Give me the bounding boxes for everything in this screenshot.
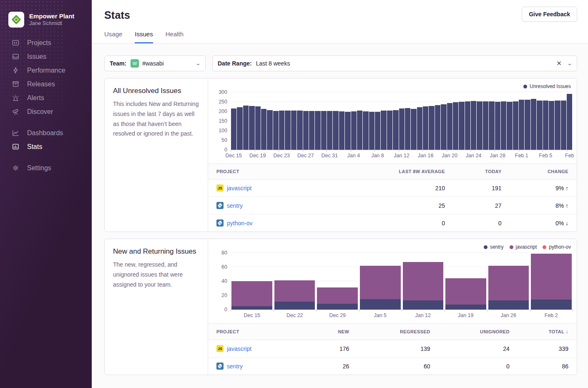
bar[interactable] [441, 104, 446, 150]
column-header[interactable]: Total ↓ [518, 324, 577, 340]
sidebar-item-discover[interactable]: Discover [0, 105, 92, 118]
bar[interactable] [327, 111, 332, 150]
bar[interactable] [285, 111, 290, 150]
bar[interactable] [387, 111, 392, 150]
bar[interactable] [477, 101, 482, 150]
project-link[interactable]: python-ov [227, 220, 252, 227]
team-select[interactable]: Team: W #wasabi ⌄ [104, 55, 206, 71]
org-switcher[interactable]: Empower Plant Jane Schmidt [0, 8, 92, 36]
bar[interactable] [411, 109, 416, 150]
bar[interactable] [243, 106, 249, 150]
bar[interactable] [405, 108, 410, 150]
column-header[interactable]: Last 8w Average [329, 164, 453, 179]
bar[interactable] [357, 111, 362, 150]
bar[interactable] [453, 102, 458, 150]
bar[interactable] [267, 110, 272, 150]
bar[interactable] [399, 108, 405, 150]
column-header[interactable]: Unignored [439, 324, 518, 340]
bar[interactable] [501, 101, 506, 150]
bar[interactable] [459, 102, 464, 150]
sidebar-item-settings[interactable]: Settings [0, 161, 92, 175]
sidebar-item-issues[interactable]: Issues [0, 50, 92, 63]
bar[interactable] [513, 101, 518, 150]
date-range-select[interactable]: Date Range: Last 8 weeks ✕ ⌄ [212, 55, 577, 71]
bar[interactable] [297, 111, 302, 150]
tab-usage[interactable]: Usage [104, 30, 122, 43]
bar[interactable] [435, 105, 440, 150]
bar[interactable] [429, 106, 434, 150]
bar[interactable] [555, 101, 560, 150]
stacked-bar-segment[interactable] [231, 306, 272, 310]
bar[interactable] [375, 112, 380, 150]
bar[interactable] [345, 112, 350, 150]
stacked-bar-segment[interactable] [317, 304, 358, 310]
bar[interactable] [261, 109, 266, 150]
column-header[interactable]: Project [208, 324, 317, 340]
tab-health[interactable]: Health [166, 30, 183, 43]
stacked-bar-segment[interactable] [403, 262, 444, 300]
stacked-bar-segment[interactable] [488, 266, 529, 300]
bar[interactable] [231, 108, 236, 150]
bar[interactable] [423, 106, 428, 150]
stacked-bar-segment[interactable] [274, 280, 315, 302]
stacked-bar-segment[interactable] [360, 266, 401, 299]
bar[interactable] [381, 111, 386, 150]
stacked-bar-segment[interactable] [531, 254, 572, 300]
give-feedback-button[interactable]: Give Feedback [522, 7, 577, 22]
stacked-bar-segment[interactable] [360, 299, 401, 310]
stacked-bar-segment[interactable] [317, 287, 358, 304]
bar[interactable] [525, 100, 530, 150]
stacked-bar-segment[interactable] [445, 278, 486, 305]
column-header[interactable]: New [317, 324, 357, 340]
stacked-bar-segment[interactable] [274, 302, 315, 310]
bar[interactable] [447, 103, 452, 150]
project-link[interactable]: sentry [227, 202, 243, 209]
column-header[interactable]: Project [208, 164, 329, 179]
sidebar-item-dashboards[interactable]: Dashboards [0, 126, 92, 140]
bar[interactable] [315, 111, 320, 150]
sidebar-item-projects[interactable]: Projects [0, 36, 92, 50]
bar[interactable] [537, 101, 542, 150]
bar[interactable] [495, 102, 500, 150]
stacked-bar-segment[interactable] [445, 305, 486, 310]
sidebar-item-performance[interactable]: Performance [0, 63, 92, 77]
bar[interactable] [393, 110, 398, 150]
bar[interactable] [321, 111, 327, 150]
bar[interactable] [417, 107, 422, 150]
bar[interactable] [531, 99, 536, 150]
project-link[interactable]: javascript [227, 185, 251, 191]
bar[interactable] [369, 112, 374, 150]
bar[interactable] [549, 101, 554, 150]
bar[interactable] [249, 106, 254, 150]
bar[interactable] [471, 101, 476, 150]
bar[interactable] [483, 101, 488, 150]
project-link[interactable]: javascript [227, 345, 251, 352]
bar[interactable] [279, 111, 284, 150]
bar[interactable] [507, 102, 512, 150]
bar[interactable] [561, 101, 566, 150]
bar[interactable] [333, 111, 338, 150]
bar[interactable] [237, 107, 242, 150]
stacked-bar-segment[interactable] [531, 300, 572, 310]
project-link[interactable]: sentry [227, 363, 243, 370]
stacked-bar-segment[interactable] [403, 300, 444, 310]
bar[interactable] [339, 111, 344, 150]
bar[interactable] [291, 111, 297, 150]
bar[interactable] [351, 111, 357, 150]
bar[interactable] [567, 94, 572, 150]
bar[interactable] [303, 111, 309, 150]
bar[interactable] [543, 101, 548, 150]
bar[interactable] [309, 111, 314, 150]
sidebar-item-alerts[interactable]: Alerts [0, 91, 92, 105]
tab-issues[interactable]: Issues [135, 30, 153, 43]
bar[interactable] [255, 106, 261, 150]
column-header[interactable]: Today [453, 164, 510, 179]
bar[interactable] [489, 101, 494, 150]
stacked-bar-segment[interactable] [231, 281, 272, 306]
bar[interactable] [273, 111, 279, 150]
sidebar-item-releases[interactable]: Releases [0, 77, 92, 91]
bar[interactable] [363, 111, 368, 150]
stacked-bar-segment[interactable] [488, 300, 529, 310]
sidebar-item-stats[interactable]: Stats [0, 140, 92, 154]
bar[interactable] [465, 101, 470, 150]
